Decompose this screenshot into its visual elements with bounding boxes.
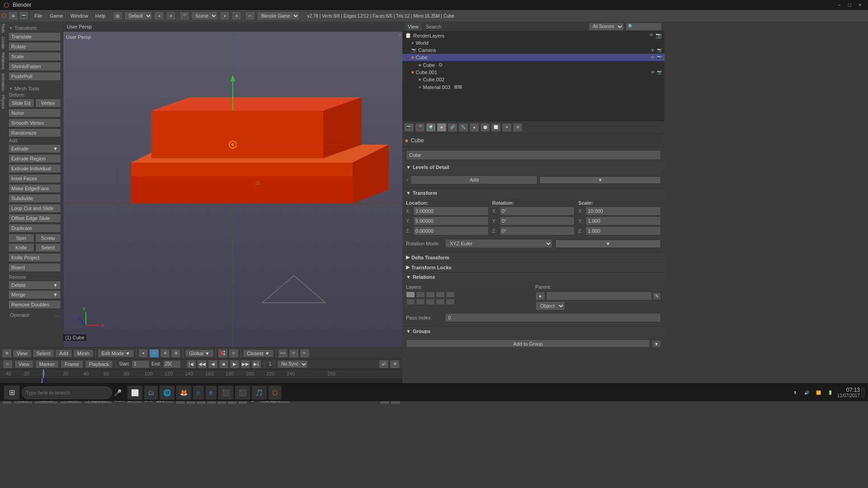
play-back-icon[interactable]: ◀ <box>208 360 218 369</box>
world-props-icon[interactable]: 🌍 <box>426 123 436 132</box>
code-btn[interactable]: ⬛ <box>235 385 250 400</box>
show-desktop-btn[interactable] <box>862 388 864 397</box>
timeline-view-btn[interactable]: View <box>14 360 33 368</box>
pivot-icon[interactable]: ⊕ <box>160 349 170 358</box>
closest-btn[interactable]: Closest ▼ <box>243 349 274 357</box>
levels-of-detail-header[interactable]: ▼ Levels of Detail <box>402 163 665 172</box>
tab-relations[interactable]: Relations <box>0 51 6 71</box>
slide-ed-btn[interactable]: Slide Ed <box>8 99 34 108</box>
cube001-eye-icon[interactable]: 👁 <box>651 70 655 75</box>
scale-btn[interactable]: Scale <box>8 52 61 61</box>
layer-10[interactable] <box>446 299 455 305</box>
maximize-btn[interactable]: □ <box>845 2 854 8</box>
recalc-icon[interactable]: ↺ <box>289 349 299 358</box>
rot-y-field[interactable] <box>500 216 575 225</box>
loop-cut-btn[interactable]: Loop Cut and Slide <box>8 204 61 213</box>
tray-icon-1[interactable]: ⬆ <box>790 388 800 397</box>
camera-eye-icon[interactable]: 👁 <box>651 48 655 53</box>
tray-icon-2[interactable]: 🔊 <box>802 388 812 397</box>
extrude-individual-btn[interactable]: Extrude Individual <box>8 164 61 173</box>
modifier-props-icon[interactable]: 🔧 <box>458 123 468 132</box>
translate-btn[interactable]: Translate <box>8 32 61 41</box>
scene-dropdown[interactable]: All Scenes <box>589 23 624 31</box>
duplicate-btn[interactable]: Duplicate <box>8 224 61 233</box>
outliner-item-cube[interactable]: ■ Cube 👁 📷 <box>402 54 665 61</box>
del-screen-icon[interactable]: × <box>166 11 176 20</box>
tab-animation[interactable]: Animation <box>0 71 6 93</box>
tray-icon-4[interactable]: 🔋 <box>826 388 835 397</box>
layer-5[interactable] <box>446 291 455 298</box>
mesh-menu-btn[interactable]: Mesh <box>73 349 94 357</box>
jump-start-icon[interactable]: |◀ <box>186 360 196 369</box>
search-tab[interactable]: Search <box>423 23 444 30</box>
shrink-fatten-btn[interactable]: Shrink/Fatten <box>8 62 61 71</box>
material-props-icon[interactable]: ⬤ <box>480 123 490 132</box>
menu-file[interactable]: File <box>31 12 46 20</box>
tab-create[interactable]: Create <box>0 35 6 51</box>
render-icon[interactable]: 📷 <box>19 11 29 20</box>
prev-frame-icon[interactable]: ◀◀ <box>197 360 207 369</box>
cube-eye-icon[interactable]: 👁 <box>651 55 655 60</box>
transform-section-header[interactable]: ▼ Transform <box>402 188 665 197</box>
layer-6[interactable] <box>406 299 415 305</box>
knife-project-btn[interactable]: Knife Project <box>8 253 61 262</box>
global-btn[interactable]: Global ▼ <box>185 349 214 357</box>
extrude-region-btn[interactable]: Extrude Region <box>8 154 61 163</box>
push-pull-btn[interactable]: Push/Pull <box>8 72 61 81</box>
scene-select[interactable]: Scene <box>191 11 218 20</box>
music-btn[interactable]: 🎵 <box>251 385 267 400</box>
mesh-tools-header[interactable]: ▼ Mesh Tools <box>8 84 61 92</box>
outliner-item-cube002[interactable]: ■ Cube.002 <box>402 76 665 83</box>
screw-btn[interactable]: Screw <box>35 234 61 243</box>
rotate-btn[interactable]: Rotate <box>8 42 61 51</box>
timeline-marker-btn[interactable]: Marker <box>35 360 59 368</box>
remove-doubles-btn[interactable]: Remove Doubles <box>8 300 61 309</box>
relations-header[interactable]: ▼ Relations <box>402 272 665 282</box>
scene-cam-icon[interactable]: 🎬 <box>179 11 189 20</box>
layer-1[interactable] <box>406 291 415 298</box>
lod-extra-btn[interactable]: ▼ <box>539 176 661 184</box>
layer-3[interactable] <box>426 291 435 298</box>
rotation-mode-select[interactable]: XYZ Euler <box>445 239 552 248</box>
search-input[interactable] <box>22 386 112 399</box>
data-props-icon[interactable]: ▲ <box>469 123 479 132</box>
render-props-icon[interactable]: 📷 <box>404 123 414 132</box>
add-to-group-btn[interactable]: Add to Group <box>406 339 650 347</box>
layer-4[interactable] <box>436 291 445 298</box>
make-edge-face-btn[interactable]: Make Edge/Face <box>8 184 61 193</box>
next-frame-icon[interactable]: ▶▶ <box>241 360 250 369</box>
screen-layout-icon[interactable]: ⊞ <box>113 11 123 20</box>
blender-taskbar-btn[interactable]: ⬡ <box>268 385 282 400</box>
groups-header[interactable]: ▼ Groups <box>402 327 665 336</box>
subdivide-btn[interactable]: Subdivide <box>8 194 61 203</box>
loc-z-field[interactable] <box>413 226 489 235</box>
viewport-type-icon[interactable]: ⊞ <box>2 349 12 358</box>
minimize-btn[interactable]: − <box>835 2 844 8</box>
vertex-btn[interactable]: Vertex <box>35 99 61 108</box>
select-btn[interactable]: Select <box>35 243 61 252</box>
bisect-btn[interactable]: Bisect <box>8 263 61 272</box>
object-props-icon[interactable]: ■ <box>437 123 447 132</box>
texture-props-icon[interactable]: ⬜ <box>491 123 501 132</box>
add-scene-icon[interactable]: + <box>220 11 230 20</box>
edit-mode-btn[interactable]: Edit Mode ▼ <box>98 349 134 357</box>
outliner-item-world[interactable]: ● World <box>402 39 665 47</box>
gpencil-icon[interactable]: ✏ <box>300 349 310 358</box>
play-icon[interactable]: ▶ <box>230 360 240 369</box>
clock-display[interactable]: 07:13 11/07/2017 <box>837 387 860 398</box>
timeline-type-icon[interactable]: ▷ <box>3 360 13 369</box>
jump-end-icon[interactable]: ▶| <box>251 360 261 369</box>
tab-physics[interactable]: Physics <box>0 93 6 111</box>
vs-btn[interactable]: ⬛ <box>218 385 234 400</box>
constraint-props-icon[interactable]: 🔗 <box>448 123 458 132</box>
close-btn[interactable]: × <box>856 2 864 8</box>
parent-field[interactable] <box>546 291 652 300</box>
transform-section-header[interactable]: ▼ Transform <box>8 23 61 32</box>
stop-icon[interactable]: ■ <box>219 360 229 369</box>
viewport[interactable]: X Y Z User Persp × <box>63 32 402 347</box>
menu-window[interactable]: Window <box>67 12 92 20</box>
spin-btn[interactable]: Spin <box>8 234 34 243</box>
scale-y-field[interactable] <box>585 216 661 225</box>
view-menu-btn[interactable]: View <box>13 349 32 357</box>
inset-faces-btn[interactable]: Inset Faces <box>8 174 61 183</box>
